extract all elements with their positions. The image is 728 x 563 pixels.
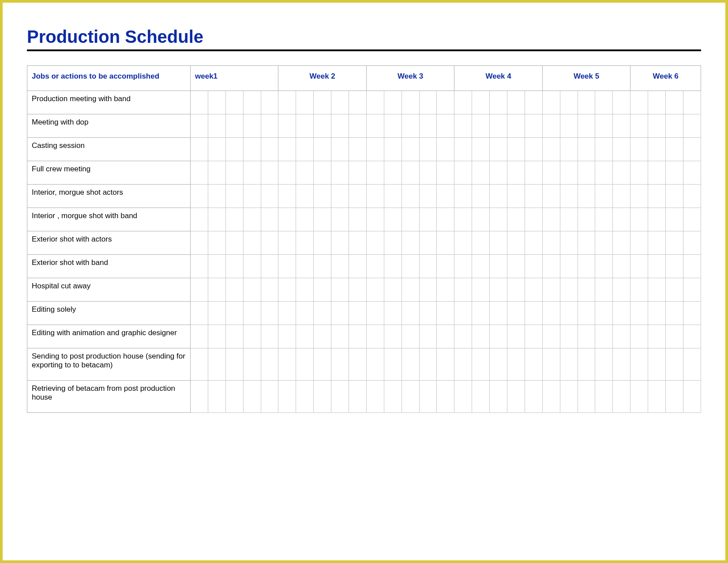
schedule-cell[interactable] xyxy=(208,325,225,348)
schedule-cell[interactable] xyxy=(437,208,454,231)
schedule-cell[interactable] xyxy=(472,185,490,208)
schedule-cell[interactable] xyxy=(560,208,578,231)
schedule-cell[interactable] xyxy=(542,138,560,161)
schedule-cell[interactable] xyxy=(278,325,296,348)
schedule-cell[interactable] xyxy=(225,208,243,231)
schedule-cell[interactable] xyxy=(402,161,419,185)
schedule-cell[interactable] xyxy=(437,381,454,413)
schedule-cell[interactable] xyxy=(314,302,331,325)
schedule-cell[interactable] xyxy=(402,91,419,114)
schedule-cell[interactable] xyxy=(243,185,261,208)
schedule-cell[interactable] xyxy=(648,255,666,278)
schedule-cell[interactable] xyxy=(331,381,349,413)
schedule-cell[interactable] xyxy=(595,138,613,161)
schedule-cell[interactable] xyxy=(507,161,525,185)
schedule-cell[interactable] xyxy=(683,348,701,381)
schedule-cell[interactable] xyxy=(261,161,278,185)
schedule-cell[interactable] xyxy=(278,302,296,325)
schedule-cell[interactable] xyxy=(243,161,261,185)
schedule-cell[interactable] xyxy=(525,138,542,161)
schedule-cell[interactable] xyxy=(613,278,630,302)
schedule-cell[interactable] xyxy=(191,185,208,208)
schedule-cell[interactable] xyxy=(454,348,472,381)
schedule-cell[interactable] xyxy=(595,231,613,255)
schedule-cell[interactable] xyxy=(578,325,595,348)
schedule-cell[interactable] xyxy=(278,161,296,185)
schedule-cell[interactable] xyxy=(384,91,402,114)
schedule-cell[interactable] xyxy=(472,381,490,413)
schedule-cell[interactable] xyxy=(384,231,402,255)
schedule-cell[interactable] xyxy=(225,91,243,114)
schedule-cell[interactable] xyxy=(349,381,367,413)
schedule-cell[interactable] xyxy=(454,208,472,231)
schedule-cell[interactable] xyxy=(331,208,349,231)
schedule-cell[interactable] xyxy=(613,114,630,138)
schedule-cell[interactable] xyxy=(437,278,454,302)
schedule-cell[interactable] xyxy=(595,185,613,208)
schedule-cell[interactable] xyxy=(384,255,402,278)
schedule-cell[interactable] xyxy=(314,161,331,185)
schedule-cell[interactable] xyxy=(490,138,507,161)
schedule-cell[interactable] xyxy=(437,114,454,138)
schedule-cell[interactable] xyxy=(191,302,208,325)
schedule-cell[interactable] xyxy=(384,114,402,138)
schedule-cell[interactable] xyxy=(225,348,243,381)
schedule-cell[interactable] xyxy=(507,91,525,114)
schedule-cell[interactable] xyxy=(472,255,490,278)
schedule-cell[interactable] xyxy=(507,231,525,255)
schedule-cell[interactable] xyxy=(472,161,490,185)
schedule-cell[interactable] xyxy=(630,278,648,302)
schedule-cell[interactable] xyxy=(613,161,630,185)
schedule-cell[interactable] xyxy=(419,231,437,255)
schedule-cell[interactable] xyxy=(314,325,331,348)
schedule-cell[interactable] xyxy=(191,278,208,302)
schedule-cell[interactable] xyxy=(630,114,648,138)
schedule-cell[interactable] xyxy=(314,231,331,255)
schedule-cell[interactable] xyxy=(243,381,261,413)
schedule-cell[interactable] xyxy=(243,138,261,161)
schedule-cell[interactable] xyxy=(490,302,507,325)
schedule-cell[interactable] xyxy=(402,185,419,208)
schedule-cell[interactable] xyxy=(243,91,261,114)
schedule-cell[interactable] xyxy=(349,278,367,302)
schedule-cell[interactable] xyxy=(472,325,490,348)
schedule-cell[interactable] xyxy=(349,348,367,381)
schedule-cell[interactable] xyxy=(683,381,701,413)
schedule-cell[interactable] xyxy=(402,278,419,302)
schedule-cell[interactable] xyxy=(542,208,560,231)
schedule-cell[interactable] xyxy=(507,278,525,302)
schedule-cell[interactable] xyxy=(419,255,437,278)
schedule-cell[interactable] xyxy=(683,325,701,348)
schedule-cell[interactable] xyxy=(243,208,261,231)
schedule-cell[interactable] xyxy=(349,325,367,348)
schedule-cell[interactable] xyxy=(384,138,402,161)
schedule-cell[interactable] xyxy=(560,348,578,381)
schedule-cell[interactable] xyxy=(437,138,454,161)
schedule-cell[interactable] xyxy=(666,231,683,255)
schedule-cell[interactable] xyxy=(454,255,472,278)
schedule-cell[interactable] xyxy=(525,255,542,278)
schedule-cell[interactable] xyxy=(419,185,437,208)
schedule-cell[interactable] xyxy=(225,185,243,208)
schedule-cell[interactable] xyxy=(630,255,648,278)
schedule-cell[interactable] xyxy=(366,185,384,208)
schedule-cell[interactable] xyxy=(225,231,243,255)
schedule-cell[interactable] xyxy=(402,138,419,161)
schedule-cell[interactable] xyxy=(419,138,437,161)
schedule-cell[interactable] xyxy=(648,302,666,325)
schedule-cell[interactable] xyxy=(613,381,630,413)
schedule-cell[interactable] xyxy=(507,138,525,161)
schedule-cell[interactable] xyxy=(683,278,701,302)
schedule-cell[interactable] xyxy=(314,138,331,161)
schedule-cell[interactable] xyxy=(454,161,472,185)
schedule-cell[interactable] xyxy=(683,185,701,208)
schedule-cell[interactable] xyxy=(507,325,525,348)
schedule-cell[interactable] xyxy=(331,278,349,302)
schedule-cell[interactable] xyxy=(507,348,525,381)
schedule-cell[interactable] xyxy=(437,91,454,114)
schedule-cell[interactable] xyxy=(613,138,630,161)
schedule-cell[interactable] xyxy=(208,138,225,161)
schedule-cell[interactable] xyxy=(666,185,683,208)
schedule-cell[interactable] xyxy=(454,138,472,161)
schedule-cell[interactable] xyxy=(296,302,314,325)
